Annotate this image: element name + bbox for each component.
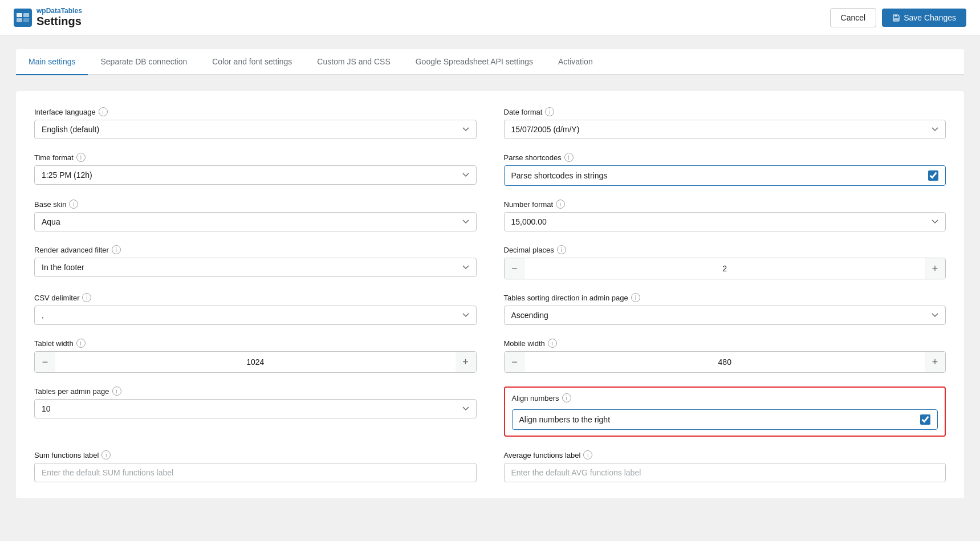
svg-rect-0 — [14, 9, 32, 27]
base-skin-select[interactable]: Aqua — [34, 212, 477, 231]
time-format-select[interactable]: 1:25 PM (12h) — [34, 165, 477, 185]
save-icon — [892, 14, 900, 22]
interface-language-label: Interface language i — [34, 107, 477, 116]
svg-rect-4 — [23, 18, 29, 22]
interface-language-group: Interface language i English (default) — [34, 107, 477, 139]
tables-sorting-info-icon[interactable]: i — [631, 293, 640, 302]
tables-sorting-group: Tables sorting direction in admin page i… — [504, 293, 946, 325]
sum-functions-label-label: Sum functions label i — [34, 450, 477, 459]
render-advanced-filter-group: Render advanced filter i In the footer — [34, 245, 477, 279]
mobile-width-decrement[interactable]: − — [505, 352, 525, 372]
tables-sorting-select[interactable]: Ascending — [504, 306, 946, 325]
align-numbers-checkbox-row: Align numbers to the right — [512, 409, 938, 430]
average-functions-label-group: Average functions label i — [504, 450, 946, 482]
average-functions-info-icon[interactable]: i — [583, 450, 592, 459]
tab-color-font[interactable]: Color and font settings — [200, 49, 304, 75]
tables-sorting-label: Tables sorting direction in admin page i — [504, 293, 946, 302]
decimal-places-decrement[interactable]: − — [505, 258, 525, 279]
settings-form: Interface language i English (default) D… — [16, 91, 964, 498]
align-numbers-checkbox[interactable] — [920, 414, 930, 425]
render-advanced-filter-label: Render advanced filter i — [34, 245, 477, 254]
number-format-select[interactable]: 15,000.00 — [504, 212, 946, 231]
date-format-select[interactable]: 15/07/2005 (d/m/Y) — [504, 120, 946, 139]
average-functions-label-label: Average functions label i — [504, 450, 946, 459]
tab-separate-db[interactable]: Separate DB connection — [88, 49, 200, 75]
form-grid: Interface language i English (default) D… — [34, 107, 946, 482]
svg-rect-5 — [894, 15, 897, 17]
render-advanced-filter-info-icon[interactable]: i — [112, 245, 121, 254]
sum-functions-input[interactable] — [34, 463, 477, 482]
base-skin-label: Base skin i — [34, 200, 477, 209]
logo-app-name: wpDataTables — [36, 7, 82, 15]
decimal-places-group: Decimal places i − + — [504, 245, 946, 279]
logo-name-text: wpDataTables Settings — [36, 7, 82, 28]
save-changes-button[interactable]: Save Changes — [882, 9, 966, 27]
render-advanced-filter-select[interactable]: In the footer — [34, 258, 477, 277]
number-format-group: Number format i 15,000.00 — [504, 200, 946, 231]
page-title: Settings — [36, 15, 82, 28]
tables-per-admin-page-group: Tables per admin page i 10 — [34, 387, 477, 437]
interface-language-select[interactable]: English (default) — [34, 120, 477, 139]
mobile-width-info-icon[interactable]: i — [548, 339, 557, 348]
tables-per-admin-page-info-icon[interactable]: i — [112, 387, 121, 396]
parse-shortcodes-checkbox-row: Parse shortcodes in strings — [504, 165, 946, 186]
decimal-places-info-icon[interactable]: i — [557, 245, 566, 254]
csv-delimiter-select[interactable]: , — [34, 306, 477, 325]
tab-custom-js-css[interactable]: Custom JS and CSS — [304, 49, 402, 75]
tablet-width-info-icon[interactable]: i — [76, 339, 86, 348]
parse-shortcodes-checkbox-label: Parse shortcodes in strings — [511, 171, 923, 180]
svg-rect-1 — [17, 13, 22, 17]
parse-shortcodes-info-icon[interactable]: i — [564, 153, 574, 162]
svg-rect-2 — [23, 13, 29, 17]
decimal-places-input[interactable] — [525, 261, 925, 276]
tablet-width-input[interactable] — [55, 354, 456, 370]
decimal-places-label: Decimal places i — [504, 245, 946, 254]
time-format-info-icon[interactable]: i — [76, 153, 86, 162]
align-numbers-checkbox-label: Align numbers to the right — [519, 415, 915, 424]
tabs-bar: Main settings Separate DB connection Col… — [16, 49, 964, 75]
base-skin-info-icon[interactable]: i — [69, 200, 78, 209]
number-format-label: Number format i — [504, 200, 946, 209]
align-numbers-label: Align numbers i — [512, 393, 938, 402]
tablet-width-increment[interactable]: + — [456, 352, 476, 372]
tablet-width-decrement[interactable]: − — [35, 352, 55, 372]
parse-shortcodes-group: Parse shortcodes i Parse shortcodes in s… — [504, 153, 946, 186]
mobile-width-stepper: − + — [504, 351, 946, 373]
tables-per-admin-page-select[interactable]: 10 — [34, 399, 477, 418]
mobile-width-increment[interactable]: + — [925, 352, 945, 372]
sum-functions-label-group: Sum functions label i — [34, 450, 477, 482]
tab-main-settings[interactable]: Main settings — [16, 49, 88, 75]
decimal-places-stepper: − + — [504, 258, 946, 279]
mobile-width-input[interactable] — [525, 354, 925, 370]
logo-icon — [14, 9, 32, 27]
tab-google-api[interactable]: Google Spreadsheet API settings — [403, 49, 546, 75]
csv-delimiter-group: CSV delimiter i , — [34, 293, 477, 325]
interface-language-info-icon[interactable]: i — [99, 107, 108, 116]
tab-activation[interactable]: Activation — [546, 49, 605, 75]
parse-shortcodes-label: Parse shortcodes i — [504, 153, 946, 162]
sum-functions-info-icon[interactable]: i — [101, 450, 111, 459]
svg-rect-6 — [894, 18, 898, 21]
page-wrapper: wpDataTables Settings Cancel Save Change… — [0, 0, 980, 541]
align-numbers-info-icon[interactable]: i — [562, 393, 571, 402]
top-bar: wpDataTables Settings Cancel Save Change… — [0, 0, 980, 35]
date-format-info-icon[interactable]: i — [545, 107, 554, 116]
parse-shortcodes-checkbox[interactable] — [928, 170, 938, 181]
main-content: Main settings Separate DB connection Col… — [0, 35, 980, 512]
tables-per-admin-page-label: Tables per admin page i — [34, 387, 477, 396]
base-skin-group: Base skin i Aqua — [34, 200, 477, 231]
csv-delimiter-label: CSV delimiter i — [34, 293, 477, 302]
time-format-label: Time format i — [34, 153, 477, 162]
date-format-group: Date format i 15/07/2005 (d/m/Y) — [504, 107, 946, 139]
tablet-width-stepper: − + — [34, 351, 477, 373]
number-format-info-icon[interactable]: i — [556, 200, 565, 209]
align-numbers-group: Align numbers i Align numbers to the rig… — [504, 387, 946, 437]
mobile-width-group: Mobile width i − + — [504, 339, 946, 373]
csv-delimiter-info-icon[interactable]: i — [82, 293, 91, 302]
cancel-button[interactable]: Cancel — [830, 8, 877, 27]
decimal-places-increment[interactable]: + — [925, 258, 945, 279]
date-format-label: Date format i — [504, 107, 946, 116]
average-functions-input[interactable] — [504, 463, 946, 482]
logo-area: wpDataTables Settings — [14, 7, 82, 28]
top-actions: Cancel Save Changes — [830, 8, 966, 27]
